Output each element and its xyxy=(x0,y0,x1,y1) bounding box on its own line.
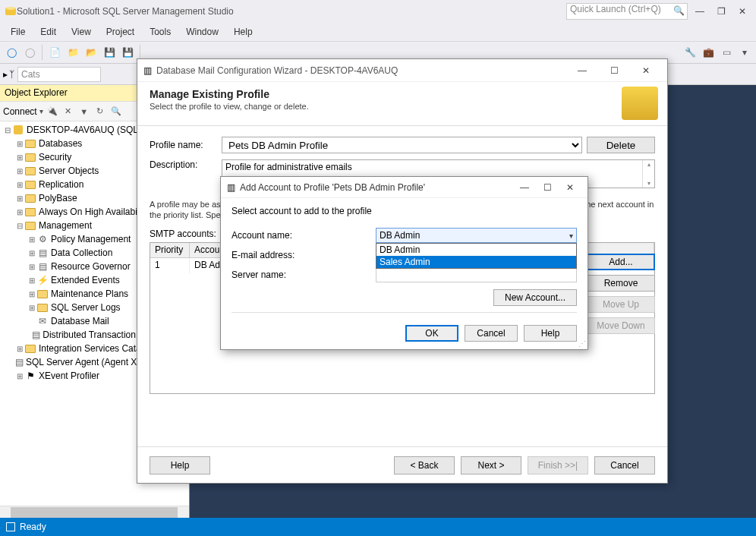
remove-button[interactable]: Remove xyxy=(587,275,655,292)
wizard-minimize-button[interactable]: — xyxy=(567,61,597,80)
server-field[interactable] xyxy=(376,267,577,282)
wizard-maximize-button[interactable]: ☐ xyxy=(599,61,629,80)
dialog-titlebar[interactable]: ▥ Add Account to Profile 'Pets DB Admin … xyxy=(221,177,587,198)
help-button[interactable]: Help xyxy=(150,456,210,475)
wizard-titlebar[interactable]: ▥ Database Mail Configuration Wizard - D… xyxy=(137,59,667,82)
tree-item[interactable]: Management xyxy=(39,220,92,231)
tree-item[interactable]: Maintenance Plans xyxy=(51,288,128,299)
horizontal-scrollbar[interactable] xyxy=(0,506,189,518)
debug-icon[interactable]: ᛉ xyxy=(9,69,14,80)
tree-item[interactable]: Resource Governor xyxy=(51,261,131,272)
menu-window[interactable]: Window xyxy=(178,24,226,40)
wizard-subheading: Select the profile to view, change or de… xyxy=(150,102,309,111)
ok-button[interactable]: OK xyxy=(405,325,458,342)
description-label: Description: xyxy=(150,159,222,170)
dropdown-option[interactable]: DB Admin xyxy=(376,244,576,256)
menu-help[interactable]: Help xyxy=(226,24,260,40)
new-query-icon[interactable]: 📄 xyxy=(46,44,63,61)
nav-back-icon[interactable]: ◯ xyxy=(3,44,20,61)
profile-name-select[interactable]: Pets DB Admin Profile xyxy=(222,137,582,153)
col-priority[interactable]: Priority xyxy=(150,243,190,257)
wizard-close-button[interactable]: ✕ xyxy=(631,61,661,80)
account-name-label: Account name: xyxy=(232,230,376,241)
window-icon[interactable]: ▭ xyxy=(718,44,735,61)
mail-icon xyxy=(36,315,49,327)
refresh-icon[interactable]: ↻ xyxy=(93,105,107,118)
finish-button[interactable]: Finish >>| xyxy=(528,456,588,475)
help-button[interactable]: Help xyxy=(524,325,577,342)
filter-icon[interactable]: ▼ xyxy=(77,105,91,118)
back-button[interactable]: < Back xyxy=(394,456,455,475)
execute-icon[interactable]: ▸ xyxy=(3,69,8,80)
menu-edit[interactable]: Edit xyxy=(33,24,64,40)
search-icon[interactable]: 🔍 xyxy=(109,105,123,118)
new-project-icon[interactable]: 📁 xyxy=(65,44,81,61)
tree-item[interactable]: Policy Management xyxy=(51,234,131,244)
menu-view[interactable]: View xyxy=(64,24,99,40)
connect-icon[interactable]: 🔌 xyxy=(46,105,59,118)
save-icon[interactable]: 💾 xyxy=(101,44,118,61)
tree-item[interactable]: Security xyxy=(39,152,71,162)
tree-item[interactable]: Server Objects xyxy=(39,166,99,176)
tree-item[interactable]: Extended Events xyxy=(51,275,120,285)
briefcase-icon[interactable]: 💼 xyxy=(700,44,717,61)
wizard-footer: Help < Back Next > Finish >>| Cancel xyxy=(137,446,667,483)
tool-icon[interactable]: 🔧 xyxy=(682,44,698,61)
open-icon[interactable]: 📂 xyxy=(83,44,99,61)
dialog-subtitle: Select account to add to the profile xyxy=(232,206,577,216)
tree-item[interactable]: Replication xyxy=(39,179,83,190)
menu-bar: File Edit View Project Tools Window Help xyxy=(0,23,756,41)
title-bar: Solution1 - Microsoft SQL Server Managem… xyxy=(0,0,756,23)
minimize-button[interactable]: — xyxy=(691,3,709,20)
tree-item[interactable]: SQL Server Logs xyxy=(51,302,121,313)
menu-project[interactable]: Project xyxy=(99,24,142,40)
cancel-button[interactable]: Cancel xyxy=(594,456,655,475)
cancel-button[interactable]: Cancel xyxy=(465,325,518,342)
delete-button[interactable]: Delete xyxy=(587,137,655,153)
save-all-icon[interactable]: 💾 xyxy=(119,44,136,61)
wizard-icon: ▥ xyxy=(143,65,152,76)
account-name-combobox[interactable]: DB Admin ▾ xyxy=(376,228,577,243)
dialog-minimize-button[interactable]: — xyxy=(513,182,536,193)
server-label: Server name: xyxy=(232,270,376,280)
account-dropdown[interactable]: DB Admin Sales Admin xyxy=(376,243,577,269)
close-button[interactable]: ✕ xyxy=(733,3,751,20)
dropdown-option-selected[interactable]: Sales Admin xyxy=(376,256,576,268)
data-icon xyxy=(36,247,49,259)
tree-item[interactable]: Databases xyxy=(39,138,82,149)
gear-icon xyxy=(36,233,49,245)
profiler-icon: ⚑ xyxy=(24,370,36,382)
search-icon: 🔍 xyxy=(673,5,685,16)
agent-icon xyxy=(15,356,24,368)
events-icon: ⚡ xyxy=(36,274,49,286)
app-title: Solution1 - Microsoft SQL Server Managem… xyxy=(17,6,234,17)
menu-tools[interactable]: Tools xyxy=(142,24,178,40)
dialog-title: Add Account to Profile 'Pets DB Admin Pr… xyxy=(240,182,513,193)
tree-item[interactable]: Always On High Availability xyxy=(39,207,149,217)
dialog-close-button[interactable]: ✕ xyxy=(559,182,581,193)
tree-item[interactable]: PolyBase xyxy=(39,193,77,203)
resize-grip-icon[interactable]: ⋰ xyxy=(578,339,586,348)
menu-file[interactable]: File xyxy=(3,24,33,40)
tree-item-database-mail[interactable]: Database Mail xyxy=(51,316,109,326)
connect-label[interactable]: Connect xyxy=(3,106,37,117)
status-bar: Ready xyxy=(0,518,756,536)
new-account-button[interactable]: New Account... xyxy=(493,289,577,306)
chevron-down-icon: ▾ xyxy=(569,232,573,240)
disconnect-icon[interactable]: ✕ xyxy=(61,105,75,118)
move-down-button[interactable]: Move Down xyxy=(587,317,655,334)
tree-item[interactable]: XEvent Profiler xyxy=(39,370,99,381)
scrollbar[interactable]: ▴▾ xyxy=(642,160,654,188)
quick-launch-input[interactable]: Quick Launch (Ctrl+Q) 🔍 xyxy=(566,3,688,20)
next-button[interactable]: Next > xyxy=(461,456,521,475)
nav-fwd-icon[interactable]: ◯ xyxy=(21,44,38,61)
dialog-maximize-button[interactable]: ☐ xyxy=(536,182,559,193)
move-up-button[interactable]: Move Up xyxy=(587,296,655,313)
dropdown-icon[interactable]: ▾ xyxy=(736,44,753,61)
app-icon xyxy=(5,5,17,17)
database-picker[interactable] xyxy=(17,67,101,82)
restore-button[interactable]: ❐ xyxy=(712,3,730,20)
add-button[interactable]: Add... xyxy=(587,254,655,270)
add-account-dialog: ▥ Add Account to Profile 'Pets DB Admin … xyxy=(220,176,588,350)
tree-item[interactable]: Data Collection xyxy=(51,248,112,258)
